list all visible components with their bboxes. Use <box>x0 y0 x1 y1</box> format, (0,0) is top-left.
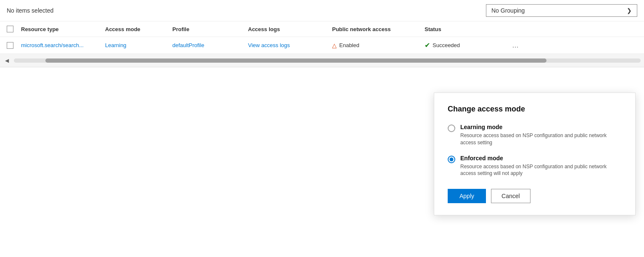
access-logs-link[interactable]: View access logs <box>248 42 290 48</box>
enforced-mode-label-group: Enforced mode Resource access based on N… <box>460 155 622 178</box>
apply-button[interactable]: Apply <box>448 189 486 203</box>
scroll-track[interactable] <box>14 58 641 63</box>
enabled-label: Enabled <box>339 42 359 48</box>
enforced-mode-option[interactable]: Enforced mode Resource access based on N… <box>448 155 622 178</box>
header-resource-type: Resource type <box>21 26 105 32</box>
row-ellipsis-button[interactable]: … <box>509 42 522 49</box>
table-row: microsoft.search/search... Learning defa… <box>0 37 644 54</box>
chevron-down-icon: ❯ <box>627 7 632 14</box>
table-header: Resource type Access mode Profile Access… <box>0 21 644 37</box>
header-access-logs: Access logs <box>248 26 332 32</box>
scrollbar-area: ◀ <box>0 54 644 67</box>
row-resource-type: microsoft.search/search... <box>21 42 105 48</box>
enforced-mode-description: Resource access based on NSP configurati… <box>460 163 622 178</box>
header-access-mode: Access mode <box>105 26 172 32</box>
row-access-logs: View access logs <box>248 42 332 48</box>
grouping-dropdown[interactable]: No Grouping ❯ <box>486 4 637 17</box>
access-mode-link[interactable]: Learning <box>105 42 127 48</box>
success-icon: ✔ <box>425 41 430 49</box>
change-access-mode-popup: Change access mode Learning mode Resourc… <box>434 93 636 215</box>
status-label: Succeeded <box>433 42 460 48</box>
popup-title: Change access mode <box>448 105 622 114</box>
profile-link[interactable]: defaultProfile <box>172 42 204 48</box>
status-succeeded: ✔ Succeeded <box>425 41 509 49</box>
no-items-label: No items selected <box>7 7 53 14</box>
learning-mode-label-group: Learning mode Resource access based on N… <box>460 124 622 146</box>
enforced-mode-radio[interactable] <box>448 156 455 163</box>
scroll-thumb <box>45 58 547 63</box>
header-checkbox-col <box>0 26 21 32</box>
select-all-checkbox[interactable] <box>7 26 13 32</box>
enforced-mode-label: Enforced mode <box>460 155 622 162</box>
row-profile: defaultProfile <box>172 42 248 48</box>
row-checkbox[interactable] <box>7 42 13 49</box>
cancel-button[interactable]: Cancel <box>491 189 531 203</box>
learning-mode-option[interactable]: Learning mode Resource access based on N… <box>448 124 622 146</box>
public-network-status: △ Enabled <box>332 42 425 49</box>
learning-mode-label: Learning mode <box>460 124 622 130</box>
scroll-left-button[interactable]: ◀ <box>3 57 11 64</box>
row-actions: … <box>509 42 534 49</box>
row-public-network: △ Enabled <box>332 42 425 49</box>
header-status: Status <box>425 26 509 32</box>
row-access-mode: Learning <box>105 42 172 48</box>
learning-mode-description: Resource access based on NSP configurati… <box>460 132 622 146</box>
top-bar: No items selected No Grouping ❯ <box>0 0 644 21</box>
header-public-network: Public network access <box>332 26 425 32</box>
grouping-label: No Grouping <box>491 7 525 14</box>
header-profile: Profile <box>172 26 248 32</box>
row-checkbox-col <box>0 42 21 49</box>
warning-icon: △ <box>332 42 337 49</box>
popup-buttons: Apply Cancel <box>448 189 622 203</box>
learning-mode-radio[interactable] <box>448 125 455 132</box>
row-status: ✔ Succeeded <box>425 41 509 49</box>
resource-type-link[interactable]: microsoft.search/search... <box>21 42 84 48</box>
